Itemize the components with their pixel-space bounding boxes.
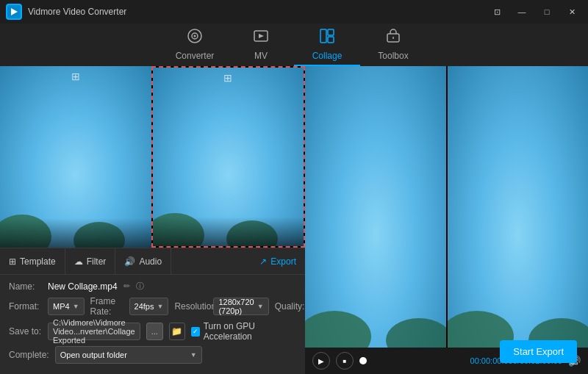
export-icon: ↗ (259, 256, 267, 267)
tab-mv[interactable]: MV (228, 24, 294, 66)
framerate-arrow: ▼ (157, 303, 163, 310)
saveto-dots-button[interactable]: ... (146, 323, 163, 340)
saveto-folder-button[interactable]: 📁 (169, 323, 185, 340)
video-cell-2[interactable]: ⊞ (151, 66, 306, 248)
format-row: Format: MP4 ▼ Frame Rate: 24fps ▼ Resolu… (9, 296, 296, 317)
hills-1 (0, 211, 151, 248)
toolbox-icon (385, 28, 401, 48)
tab-converter-label: Converter (176, 51, 215, 61)
main-content: ⊞ ⊞ ⊞ T (0, 66, 588, 374)
complete-row: Complete: Open output folder ▼ (9, 346, 296, 364)
format-value: MP4 (53, 302, 70, 311)
framerate-value: 24fps (135, 302, 154, 311)
preview-cell-2-inner (448, 66, 589, 348)
resolution-label: Resolution: (174, 301, 207, 312)
tab-converter[interactable]: Converter (162, 24, 228, 66)
hills-2 (153, 209, 304, 246)
info-icon[interactable]: ⓘ (136, 281, 144, 292)
minimize-button[interactable]: — (512, 4, 532, 19)
export-button[interactable]: ↗ Export (251, 248, 305, 275)
tab-mv-label: MV (254, 51, 268, 61)
play-button[interactable]: ▶ (312, 352, 330, 370)
filter-button[interactable]: ☁ Filter (65, 248, 116, 275)
tab-toolbox[interactable]: Toolbox (360, 24, 426, 66)
left-panel: ⊞ ⊞ ⊞ T (0, 66, 305, 374)
close-button[interactable]: ✕ (562, 4, 582, 19)
complete-label: Complete: (9, 350, 49, 360)
tab-collage[interactable]: Collage (294, 24, 360, 66)
video-cell-2-preview: ⊞ (153, 68, 304, 246)
audio-button[interactable]: 🔊 Audio (115, 248, 171, 275)
filter-label: Filter (87, 256, 107, 267)
saveto-path: C:\Vidmore\Vidmore Video...nverter\Colla… (48, 323, 140, 340)
caption-button[interactable]: ⊡ (487, 4, 507, 19)
bottom-toolbar: ⊞ Template ☁ Filter 🔊 Audio ↗ Export (0, 248, 305, 274)
titlebar-controls: ⊡ — □ ✕ (487, 4, 582, 19)
preview-hills-1 (305, 311, 446, 348)
preview-cell-2 (448, 66, 589, 348)
saveto-row: Save to: C:\Vidmore\Vidmore Video...nver… (9, 321, 296, 342)
resolution-value: 1280x720 (720p) (218, 298, 254, 315)
gpu-label[interactable]: ✓ Turn on GPU Acceleration (191, 321, 296, 342)
preview-area (305, 66, 588, 348)
mv-icon (253, 28, 269, 48)
complete-select[interactable]: Open output folder ▼ (55, 346, 202, 364)
right-panel: ▶ ■ 00:00:00.000/00:02:00.00 🔊 (305, 66, 588, 374)
svg-point-4 (194, 35, 196, 37)
nav-tabs: Converter MV Collage Toolb (0, 24, 588, 66)
video-icon-2: ⊞ (223, 72, 232, 84)
svg-rect-8 (328, 37, 334, 43)
framerate-select[interactable]: 24fps ▼ (129, 298, 169, 315)
video-icon-1: ⊞ (71, 71, 80, 82)
format-arrow: ▼ (73, 303, 79, 310)
format-select[interactable]: MP4 ▼ (48, 298, 85, 315)
collage-icon (319, 28, 335, 48)
preview-cell-1-inner (305, 66, 446, 348)
resolution-arrow: ▼ (257, 303, 264, 310)
template-button[interactable]: ⊞ Template (0, 248, 65, 275)
audio-label: Audio (139, 256, 162, 267)
tab-collage-label: Collage (312, 51, 343, 61)
svg-rect-6 (320, 29, 326, 43)
preview-cell-1 (305, 66, 446, 348)
video-cell-1[interactable]: ⊞ (0, 66, 151, 248)
edit-icon[interactable]: ✏ (123, 281, 130, 291)
app-logo (6, 4, 22, 20)
progress-indicator (359, 357, 367, 364)
name-label: Name: (9, 281, 42, 292)
quality-label: Quality: (275, 301, 308, 312)
export-label: Export (270, 256, 296, 267)
filter-icon: ☁ (74, 256, 83, 267)
video-cell-1-preview: ⊞ (0, 66, 151, 248)
tab-toolbox-label: Toolbox (378, 51, 408, 61)
titlebar-title: Vidmore Video Converter (28, 7, 487, 17)
titlebar: Vidmore Video Converter ⊡ — □ ✕ (0, 0, 588, 24)
converter-icon (187, 28, 203, 48)
gpu-text: Turn on GPU Acceleration (204, 321, 296, 342)
template-label: Template (20, 256, 56, 267)
complete-value: Open output folder (60, 350, 127, 359)
start-export-button[interactable]: Start Export (500, 340, 577, 363)
gpu-checkbox[interactable]: ✓ (191, 327, 200, 337)
name-value: New Collage.mp4 (48, 281, 118, 292)
name-row: Name: New Collage.mp4 ✏ ⓘ (9, 281, 296, 292)
format-label: Format: (9, 301, 42, 312)
stop-button[interactable]: ■ (336, 352, 354, 370)
complete-arrow: ▼ (190, 351, 197, 359)
settings-panel: Name: New Collage.mp4 ✏ ⓘ Format: MP4 ▼ … (0, 274, 305, 374)
resolution-select[interactable]: 1280x720 (720p) ▼ (213, 298, 268, 315)
saveto-label: Save to: (9, 326, 42, 337)
video-edit-area: ⊞ ⊞ (0, 66, 305, 248)
audio-icon: 🔊 (124, 256, 135, 267)
svg-rect-7 (328, 29, 334, 35)
maximize-button[interactable]: □ (537, 4, 557, 19)
framerate-label: Frame Rate: (90, 296, 123, 317)
template-icon: ⊞ (9, 256, 16, 267)
